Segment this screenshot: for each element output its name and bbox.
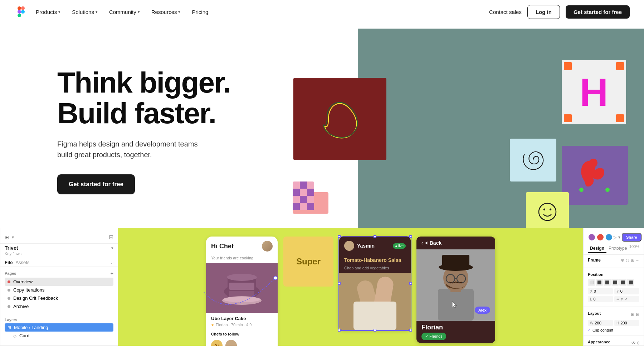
hi-chef-avatar xyxy=(262,241,273,252)
hero-title: Think bigger. Build faster. xyxy=(57,67,258,129)
l-field[interactable]: L 0 xyxy=(588,296,613,302)
login-button[interactable]: Log in xyxy=(527,5,560,19)
avatar-red xyxy=(596,233,604,241)
svg-point-6 xyxy=(605,188,610,192)
w-value[interactable]: 200 xyxy=(595,321,601,325)
x-field[interactable]: X 0 xyxy=(588,288,613,294)
design-panel: ▷ ▾ Share Design Prototype 100% Frame ⊕ … xyxy=(583,228,644,346)
layout-icon-1[interactable]: ⊞ xyxy=(631,312,634,317)
svg-point-10 xyxy=(550,209,551,210)
yasmin-card-wrapper: Yasmin ● live Tomato-Habanero Salsa Chop… xyxy=(339,237,411,330)
layout-section: Layout ⊞ ⊟ W 200 H 200 ✓ Clip content xyxy=(584,308,644,334)
l-value[interactable]: 0 xyxy=(594,297,596,301)
add-page-icon[interactable]: + xyxy=(111,270,113,276)
frame-icon-2[interactable]: ◎ xyxy=(626,258,629,263)
align-btn-2[interactable]: ⬛ xyxy=(596,279,603,286)
selection-handle-tr xyxy=(409,235,412,238)
nav-pricing[interactable]: Pricing xyxy=(187,6,213,18)
layer-mobile-landing[interactable]: ⊞ Mobile / Landing xyxy=(5,323,113,332)
play-chevron-icon: ▾ xyxy=(618,235,620,240)
nav-products[interactable]: Products ▾ xyxy=(31,6,65,18)
align-btn-5[interactable]: ⬛ xyxy=(619,279,626,286)
share-button[interactable]: Share xyxy=(622,233,641,242)
h-value[interactable]: 200 xyxy=(620,321,627,325)
w-field[interactable]: W 200 xyxy=(588,320,613,326)
back-label: < Back xyxy=(425,240,442,246)
chef-xi-avatar: Xi xyxy=(211,340,223,346)
yasmin-header: Yasmin ● live xyxy=(339,237,411,255)
assets-tab[interactable]: Assets xyxy=(15,260,29,265)
cooking-svg xyxy=(339,273,411,330)
nav-resources[interactable]: Resources ▾ xyxy=(146,6,186,18)
project-row: Trivet ▾ xyxy=(0,244,118,252)
tab-design[interactable]: Design xyxy=(588,244,606,253)
alex-badge: Alex xyxy=(475,307,490,314)
file-tab[interactable]: File xyxy=(5,260,13,265)
x-value[interactable]: 0 xyxy=(594,289,596,293)
svg-point-5 xyxy=(589,159,597,167)
nav-solutions[interactable]: Solutions ▾ xyxy=(67,6,103,18)
y-field[interactable]: Y 0 xyxy=(614,288,639,294)
opacity-value[interactable]: 0 xyxy=(637,341,639,345)
svg-point-4 xyxy=(21,10,25,14)
chef-2-avatar xyxy=(225,340,237,346)
hero-cta-button[interactable]: Get started for free xyxy=(57,174,135,194)
frame-icon: ⊞ xyxy=(8,325,11,330)
light-blue-card xyxy=(510,139,556,182)
eye-icon[interactable]: 👁 xyxy=(631,340,636,345)
super-yellow-bg: Super xyxy=(283,237,333,287)
svg-rect-23 xyxy=(353,302,396,330)
smiley-face-svg xyxy=(537,201,558,223)
navigation: Products ▾ Solutions ▾ Community ▾ Resou… xyxy=(0,0,644,24)
page-archive[interactable]: Archive xyxy=(5,302,113,310)
canvas-area: Hi Chef Your friends are cooking xyxy=(118,228,583,346)
frame-icons: ⊕ ◎ ⊞ ··· xyxy=(621,258,639,263)
hi-chef-title: Hi Chef xyxy=(211,243,234,250)
figma-logo xyxy=(14,5,28,19)
xy-row: X 0 Y 0 xyxy=(588,288,639,294)
star-icon: ★ xyxy=(211,323,214,327)
frame-icon-4[interactable]: ··· xyxy=(636,258,639,263)
nav-community[interactable]: Community ▾ xyxy=(104,6,145,18)
layer-card[interactable]: ◇ Card xyxy=(5,332,113,340)
get-started-nav-button[interactable]: Get started for free xyxy=(566,5,630,19)
back-chevron-icon: ‹ xyxy=(421,240,423,246)
svg-rect-2 xyxy=(18,10,21,14)
layout-toggle-icon: ⊟ xyxy=(109,234,113,240)
layers-section: Layers ⊞ Mobile / Landing ◇ Card xyxy=(0,313,118,342)
cake-image xyxy=(206,263,278,313)
project-name: Trivet xyxy=(5,245,18,251)
figma-editor-panel: ⊞ ▾ ⊟ Trivet ▾ Key flows File Assets ⌕ P… xyxy=(0,228,644,346)
y-value[interactable]: 0 xyxy=(620,289,623,293)
page-overview[interactable]: Overview xyxy=(5,278,113,286)
play-icon[interactable]: ▷ xyxy=(613,234,617,240)
align-btn-4[interactable]: ⬛ xyxy=(611,279,619,286)
appearance-label: Appearance xyxy=(588,340,610,344)
zoom-level[interactable]: 100% xyxy=(629,244,639,253)
file-assets-tabs: File Assets ⌕ xyxy=(0,258,118,267)
frame-icon-3[interactable]: ⊞ xyxy=(631,258,634,263)
corner-handle-bl xyxy=(564,114,572,122)
svg-point-19 xyxy=(223,297,260,302)
tab-prototype[interactable]: Prototype xyxy=(606,244,629,253)
position-section: Position ⬜ ⬛ ⬛ ⬛ ⬛ ⬛ X 0 Y 0 xyxy=(584,269,644,305)
key-flows-label: Key flows xyxy=(0,252,118,258)
page-copy-iterations[interactable]: Copy Iterations xyxy=(5,286,113,294)
align-btn-3[interactable]: ⬛ xyxy=(604,279,611,286)
hero-section: Think bigger. Build faster. Figma helps … xyxy=(0,24,644,228)
h-field[interactable]: H 200 xyxy=(614,320,639,326)
frame-icon-1[interactable]: ⊕ xyxy=(621,258,624,263)
r-field[interactable]: ⇔ ⇕ ↗ xyxy=(614,296,639,302)
layout-icon-2[interactable]: ⊟ xyxy=(636,312,639,317)
back-header: ‹ < Back xyxy=(416,237,495,249)
corner-handle-tr xyxy=(616,62,624,70)
contact-sales-link[interactable]: Contact sales xyxy=(489,9,522,15)
svg-rect-3 xyxy=(18,14,21,17)
align-btn-1[interactable]: ⬜ xyxy=(588,279,595,286)
position-label: Position xyxy=(588,272,639,277)
search-icon[interactable]: ⌕ xyxy=(111,259,113,265)
smiley-card xyxy=(526,192,569,228)
design-prototype-tabs: Design Prototype 100% xyxy=(584,243,644,255)
align-btn-6[interactable]: ⬛ xyxy=(627,279,634,286)
page-design-crit[interactable]: Design Crit Feedback xyxy=(5,294,113,302)
